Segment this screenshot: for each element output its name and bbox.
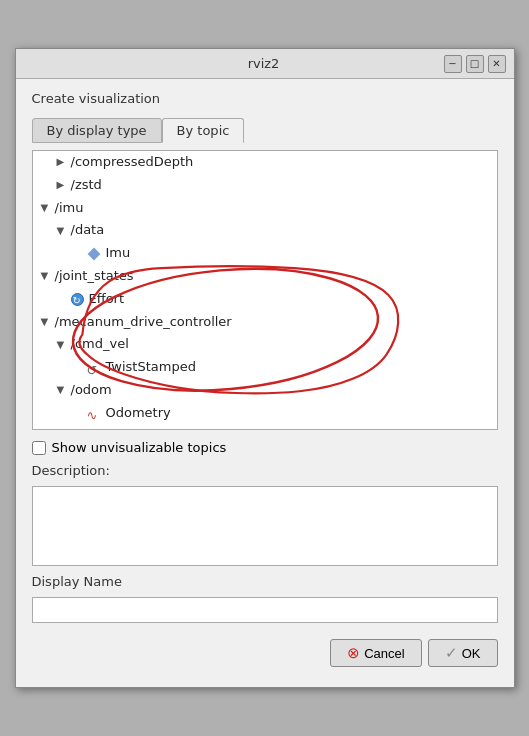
tree-item-zstd[interactable]: /zstd (33, 174, 497, 197)
description-box (32, 486, 498, 566)
arrow-icon (41, 268, 53, 284)
ok-button[interactable]: ✓ OK (428, 639, 498, 667)
tree-item-imu-plugin[interactable]: Imu (33, 242, 497, 265)
checkbox-row: Show unvisualizable topics (32, 440, 498, 455)
tree-item-label: /scan (55, 426, 90, 430)
ok-label: OK (462, 646, 481, 661)
tab-by-topic[interactable]: By topic (162, 118, 245, 143)
tree-item-compressedDepth[interactable]: /compressedDepth (33, 151, 497, 174)
button-row: ⊗ Cancel ✓ OK (32, 639, 498, 675)
tree-item-scan[interactable]: /scan (33, 425, 497, 430)
arrow-icon (57, 177, 69, 193)
twist-icon (87, 361, 101, 375)
tree-item-label: /mecanum_drive_controller (55, 312, 232, 333)
window-title: rviz2 (84, 56, 444, 71)
tree-item-label: /joint_states (55, 266, 134, 287)
diamond-icon (87, 247, 100, 260)
description-label: Description: (32, 463, 498, 478)
tree-item-effort[interactable]: Effort (33, 288, 497, 311)
display-name-label: Display Name (32, 574, 498, 589)
topic-tree[interactable]: /compressedDepth /zstd /imu /data Imu (32, 150, 498, 430)
close-button[interactable]: ✕ (488, 55, 506, 73)
tree-item-label: /imu (55, 198, 84, 219)
arrow-icon (57, 154, 69, 170)
arrow-icon (41, 314, 53, 330)
tab-by-display-type[interactable]: By display type (32, 118, 162, 143)
tree-item-mecanum[interactable]: /mecanum_drive_controller (33, 311, 497, 334)
tree-item-imu[interactable]: /imu (33, 197, 497, 220)
display-name-section: Display Name (32, 574, 498, 623)
tree-item-label: Effort (89, 289, 125, 310)
arrow-icon (57, 382, 69, 398)
odom-icon: ∿ (87, 406, 101, 420)
checkbox-label: Show unvisualizable topics (52, 440, 227, 455)
tree-item-joint-states[interactable]: /joint_states (33, 265, 497, 288)
arrow-icon (41, 200, 53, 216)
ok-icon: ✓ (445, 644, 458, 662)
tree-item-label: /zstd (71, 175, 102, 196)
main-window: rviz2 − □ ✕ Create visualization By disp… (15, 48, 515, 688)
dialog-title: Create visualization (32, 91, 498, 106)
tree-item-label: /odom (71, 380, 112, 401)
tree-item-label: Imu (106, 243, 131, 264)
circle-icon (71, 293, 84, 306)
tree-item-label: /compressedDepth (71, 152, 194, 173)
tree-item-label: /data (71, 220, 105, 241)
arrow-icon (57, 223, 69, 239)
tree-item-label: /cmd_vel (71, 334, 129, 355)
tree-item-label: TwistStamped (106, 357, 196, 378)
description-section: Description: (32, 463, 498, 566)
cancel-label: Cancel (364, 646, 404, 661)
show-unvisualizable-checkbox[interactable] (32, 441, 46, 455)
tree-item-odom[interactable]: /odom (33, 379, 497, 402)
window-controls: − □ ✕ (444, 55, 506, 73)
arrow-icon (57, 337, 69, 353)
tree-item-twiststamped[interactable]: TwistStamped (33, 356, 497, 379)
display-name-input[interactable] (32, 597, 498, 623)
tree-item-odometry[interactable]: ∿ Odometry (33, 402, 497, 425)
title-bar: rviz2 − □ ✕ (16, 49, 514, 79)
window-content: Create visualization By display type By … (16, 79, 514, 687)
tab-bar: By display type By topic (32, 118, 498, 143)
tree-item-cmd-vel[interactable]: /cmd_vel (33, 333, 497, 356)
tree-item-data[interactable]: /data (33, 219, 497, 242)
arrow-icon (41, 428, 53, 430)
cancel-icon: ⊗ (347, 644, 360, 662)
maximize-button[interactable]: □ (466, 55, 484, 73)
minimize-button[interactable]: − (444, 55, 462, 73)
tree-item-label: Odometry (106, 403, 171, 424)
cancel-button[interactable]: ⊗ Cancel (330, 639, 421, 667)
